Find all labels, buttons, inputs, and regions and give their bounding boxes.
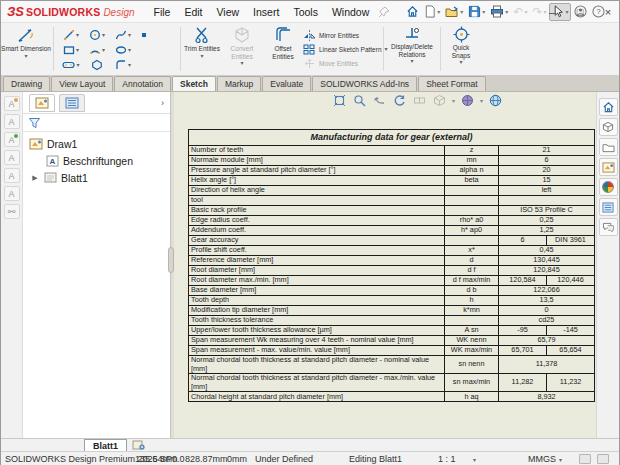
gear-table-row[interactable]: Basic rack profileISO 53 Profile C — [189, 206, 595, 216]
tree-item-draw1[interactable]: Draw1 — [23, 135, 170, 152]
status-tag-icon[interactable] — [579, 454, 591, 464]
gear-table-row[interactable]: Span measurement Wk measuring over 4 tee… — [189, 336, 595, 346]
tab-solidworks-add-ins[interactable]: SOLIDWORKS Add-Ins — [312, 76, 417, 91]
convert-entities-button[interactable]: Convert Entities ▾ — [221, 26, 263, 66]
tab-evaluate[interactable]: Evaluate — [262, 76, 311, 91]
ellipse-tool-icon[interactable]: ▾ — [110, 44, 136, 56]
spline-tool-icon[interactable]: ▾ — [110, 29, 136, 41]
spell-check-icon[interactable]: A — [4, 114, 20, 129]
view-palette-icon[interactable] — [599, 158, 618, 176]
display-delete-relations-caret[interactable]: ▾ — [410, 58, 413, 64]
gear-table-row[interactable]: Addendum coeff.h* ap01,25 — [189, 226, 595, 236]
property-manager-tab[interactable] — [59, 94, 85, 112]
gear-table-row[interactable]: Upper/lower tooth thickness allowance [µ… — [189, 326, 595, 336]
polygon-tool-icon[interactable] — [84, 59, 110, 71]
gear-table-row[interactable]: Helix angle [°]beta15 — [189, 176, 595, 186]
gear-table-row[interactable]: Number of teethz21 — [189, 146, 595, 156]
tab-markup[interactable]: Markup — [217, 76, 261, 91]
gear-table-row[interactable]: Base diameter [mm]d b122,066 — [189, 286, 595, 296]
add-sheet-icon[interactable] — [131, 440, 146, 451]
gear-table-row[interactable]: Tooth depthh13,5 — [189, 296, 595, 306]
note-paste-icon[interactable]: A — [4, 186, 20, 201]
convert-entities-caret[interactable]: ▾ — [240, 60, 243, 66]
home-button[interactable] — [404, 3, 421, 21]
point-tool-icon[interactable] — [136, 31, 152, 39]
gear-table-row[interactable]: Edge radius coeff.rho* a00,25 — [189, 216, 595, 226]
arc-tool-icon[interactable]: ▾ — [84, 44, 110, 56]
line-tool-icon[interactable]: ▾ — [58, 29, 84, 41]
panel-expand-chevron[interactable]: › — [161, 98, 164, 108]
note-copy-icon[interactable]: A — [4, 168, 20, 183]
appearances-scenes-icon[interactable] — [599, 178, 618, 196]
previous-view-icon[interactable] — [372, 93, 387, 108]
quick-snaps-caret[interactable]: ▾ — [459, 59, 462, 65]
hyperlink-icon[interactable]: ⚯ — [4, 204, 20, 219]
gear-table-row[interactable]: Profile shift coeff.x*0,45 — [189, 246, 595, 256]
menu-view[interactable]: View — [210, 4, 247, 20]
smart-dimension-button[interactable]: Smart Dimension ▾ — [1, 26, 51, 59]
tab-sheet-format[interactable]: Sheet Format — [418, 76, 486, 91]
quick-snaps-button[interactable]: Quick Snaps ▾ — [443, 26, 479, 65]
slot-tool-icon[interactable]: ▾ — [58, 60, 84, 70]
minimize-button[interactable]: – — [545, 6, 559, 18]
menu-window[interactable]: Window — [325, 4, 376, 20]
gear-table-row[interactable]: tool — [189, 196, 595, 206]
mirror-entities-button[interactable]: Mirror Entities — [303, 28, 359, 42]
redraw-icon[interactable] — [392, 93, 407, 108]
file-explorer-icon[interactable] — [599, 138, 618, 156]
gear-table-row[interactable]: Direction of helix angleleft — [189, 186, 595, 196]
3d-view-caret[interactable]: ▾ — [452, 97, 455, 104]
custom-properties-icon[interactable] — [599, 198, 618, 216]
gear-table-row[interactable]: Pressure angle at standard pitch diamete… — [189, 166, 595, 176]
gear-data-table-annotation[interactable]: Manufacturing data for gear (external) N… — [188, 129, 595, 402]
menu-insert[interactable]: Insert — [246, 4, 286, 20]
menu-tools[interactable]: Tools — [286, 4, 325, 20]
pin-menu-icon[interactable] — [378, 6, 390, 18]
zoom-to-fit-icon[interactable] — [332, 93, 347, 108]
design-library-icon[interactable] — [599, 118, 618, 136]
solidworks-resources-home-icon[interactable] — [599, 98, 618, 116]
view-settings-globe-icon[interactable] — [488, 93, 503, 108]
tab-view-layout[interactable]: View Layout — [51, 76, 113, 91]
display-style-caret[interactable]: ▾ — [480, 97, 483, 104]
undo-button[interactable]: ↶▾ — [511, 3, 529, 21]
note-tool-icon[interactable]: A — [4, 96, 20, 111]
gear-table-row[interactable]: Gear accuracy6DIN 3961 — [189, 236, 595, 246]
gear-table-row[interactable]: Reference diameter [mm]d130,445 — [189, 256, 595, 266]
gear-table-row[interactable]: Modification tip diameter [mm]k*mn0 — [189, 306, 595, 316]
add-note-icon[interactable]: A — [4, 150, 20, 165]
scale-caret[interactable]: ▾ — [473, 456, 476, 463]
feature-tree-tab[interactable] — [29, 94, 55, 112]
trim-entities-caret[interactable]: ▾ — [200, 53, 203, 59]
smart-dimension-caret[interactable]: ▾ — [24, 53, 27, 59]
gear-table-row[interactable]: Normal chordal tooth thickness at standa… — [189, 356, 595, 374]
tree-item-beschriftungen[interactable]: A Beschriftungen — [23, 152, 170, 169]
gear-table-row[interactable]: Tooth thickness tolerancecd25 — [189, 316, 595, 326]
sketch-fillet-tool-icon[interactable]: ▾ — [110, 59, 136, 71]
graphics-area[interactable]: ▾ ▾ Manufacturing data for gear (externa… — [174, 92, 598, 438]
display-style-icon[interactable] — [460, 93, 475, 108]
corner-rectangle-tool-icon[interactable]: ▾ — [58, 44, 84, 56]
status-options-icon[interactable] — [597, 454, 609, 464]
linear-sketch-pattern-button[interactable]: Linear Sketch Pattern ▾ — [303, 42, 388, 56]
format-painter-icon[interactable]: A — [4, 132, 20, 147]
tab-annotation[interactable]: Annotation — [114, 76, 171, 91]
sheet-scale[interactable]: 1 : 1 — [438, 454, 456, 464]
sheet-tab-blatt1[interactable]: Blatt1 — [84, 439, 127, 451]
trim-entities-button[interactable]: Trim Entities ▾ — [183, 26, 221, 59]
gear-table-row[interactable]: Span measurement - max. value/min. value… — [189, 346, 595, 356]
menu-edit[interactable]: Edit — [177, 4, 209, 20]
gear-table-row[interactable]: Normal chordal tooth thickness at standa… — [189, 374, 595, 392]
tree-filter[interactable] — [23, 114, 170, 132]
offset-entities-button[interactable]: Offset Entities — [263, 26, 303, 60]
tree-item-blatt1[interactable]: ▶ Blatt1 — [23, 169, 170, 186]
maximize-button[interactable]: □ — [573, 6, 587, 18]
3d-drawing-view-icon[interactable] — [432, 93, 447, 108]
print-button[interactable]: ▾ — [488, 3, 510, 21]
gear-table-row[interactable]: Chordal height at standard pitch diamete… — [189, 392, 595, 402]
units-caret[interactable]: ▾ — [559, 456, 562, 463]
solidworks-forum-icon[interactable] — [599, 218, 618, 236]
gear-table-row[interactable]: Normale module [mm]mn6 — [189, 156, 595, 166]
new-document-button[interactable]: ▾ — [422, 3, 442, 21]
tab-sketch[interactable]: Sketch — [172, 76, 216, 91]
